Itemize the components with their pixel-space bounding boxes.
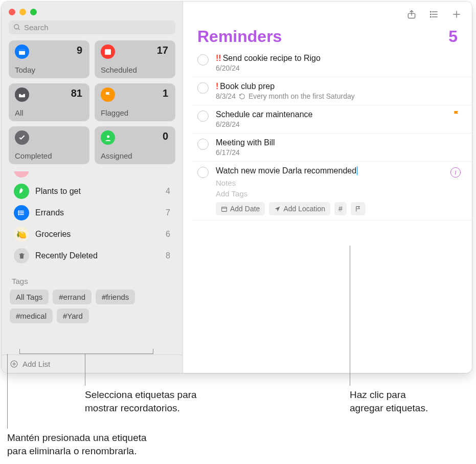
app-window: Search 9 Today 17 Scheduled [2,2,472,373]
minimize-icon[interactable] [19,9,26,15]
list-count: 4 [166,187,170,196]
svg-point-0 [14,25,19,29]
complete-checkbox[interactable] [197,111,209,122]
reminder-item[interactable]: Schedule car maintenance 6/28/24 [192,105,472,134]
flag-icon [101,87,115,102]
arrow-icon [274,206,281,212]
chip-label: Add Location [283,205,325,213]
close-icon[interactable] [9,9,15,15]
tag-friends[interactable]: #friends [96,290,135,304]
reminder-item-active[interactable]: Watch new movie Darla recommended Notes … [192,162,472,220]
smart-scheduled[interactable]: 17 Scheduled [95,40,175,78]
completed-label: Completed [15,151,52,160]
reminder-item[interactable]: Meeting with Bill 6/17/24 [192,134,472,162]
complete-checkbox[interactable] [197,82,209,94]
reminder-date: 6/17/24 [216,148,240,157]
today-label: Today [15,65,35,74]
share-icon[interactable] [406,9,417,19]
search-icon [13,24,21,31]
svg-line-1 [18,28,19,30]
assigned-count: 0 [163,130,168,142]
scheduled-label: Scheduled [101,65,137,74]
list-item-groceries[interactable]: 🍋 Groceries 6 [9,224,175,245]
list-item-recently-deleted[interactable]: Recently Deleted 8 [9,245,175,267]
callout-leader [85,354,85,386]
repeat-icon [239,93,245,100]
list-label: Errands [35,208,64,217]
complete-checkbox[interactable] [197,167,209,178]
list-header: Reminders 5 [183,27,472,49]
callout-leader [7,354,8,429]
person-icon [101,130,115,145]
list-item-errands[interactable]: Errands 7 [9,202,175,224]
flag-icon[interactable] [452,110,461,120]
all-count: 81 [71,87,82,99]
add-tags-field[interactable]: Add Tags [216,188,445,199]
info-icon[interactable]: i [450,167,461,178]
reminder-date: 8/3/24 [216,92,236,100]
list-count: 8 [166,251,170,260]
checkmark-icon [15,130,29,145]
list-count: 6 [166,230,170,239]
flag-icon [355,206,361,212]
smart-flagged[interactable]: 1 Flagged [95,83,175,121]
reminder-title: Meeting with Bill [216,138,275,147]
add-tag-chip[interactable]: # [334,202,347,215]
lists-scroll[interactable]: Plants to get 4 Errands 7 🍋 Groceries 6 [2,171,183,355]
list-bullet-icon [14,171,29,178]
list-bullet-icon [14,205,29,220]
callout-text: Selecciona etiquetas para mostrar record… [85,388,197,414]
list-item-plants[interactable]: Plants to get 4 [9,181,175,202]
callout-text: Haz clic para agregar etiquetas. [350,388,428,414]
trash-icon [14,248,29,263]
add-reminder-icon[interactable] [451,9,462,19]
list-count: 5 [448,27,458,46]
list-count: 7 [166,208,170,217]
all-label: All [15,108,24,117]
search-placeholder: Search [24,23,49,32]
add-list-label: Add List [22,360,50,368]
tag-all[interactable]: All Tags [10,290,49,304]
complete-checkbox[interactable] [197,54,209,65]
zoom-icon[interactable] [30,9,37,15]
assigned-label: Assigned [101,151,132,160]
priority-indicator: !! [216,54,221,62]
complete-checkbox[interactable] [197,139,209,150]
smart-assigned[interactable]: 0 Assigned [95,126,175,164]
list-item[interactable] [9,171,175,181]
callout-bracket [19,349,153,354]
reminder-item[interactable]: !!Send cookie recipe to Rigo 6/20/24 [192,49,472,77]
add-date-chip[interactable]: Add Date [216,202,265,215]
tag-yard[interactable]: #Yard [57,308,89,323]
svg-point-5 [107,135,109,138]
svg-point-20 [430,14,432,15]
list-label: Groceries [35,230,71,239]
add-list-button[interactable]: Add List [2,355,183,373]
view-options-icon[interactable] [429,9,439,19]
smart-today[interactable]: 9 Today [9,40,89,78]
callout-text: Mantén presionada una etiqueta para elim… [7,431,147,457]
svg-rect-4 [105,49,111,55]
plus-circle-icon [10,360,18,368]
tags-header: Tags [2,267,183,285]
smart-completed[interactable]: Completed [9,126,89,164]
sidebar: Search 9 Today 17 Scheduled [2,2,183,373]
smart-all[interactable]: 81 All [9,83,89,121]
scheduled-count: 17 [157,45,168,56]
toolbar [183,2,472,27]
notes-field[interactable]: Notes [216,178,445,188]
main-pane: Reminders 5 !!Send cookie recipe to Rigo… [183,2,472,373]
calendar-icon [15,45,29,59]
tag-medical[interactable]: #medical [10,308,53,323]
reminder-date: 6/28/24 [216,120,240,128]
svg-rect-3 [19,49,25,51]
svg-rect-24 [222,207,227,211]
add-location-chip[interactable]: Add Location [269,202,330,215]
add-flag-chip[interactable] [351,202,366,215]
list-title: Reminders [197,27,282,46]
tag-errand[interactable]: #errand [53,290,92,304]
search-input[interactable]: Search [9,20,175,34]
svg-point-9 [18,211,19,211]
reminder-title[interactable]: Watch new movie Darla recommended [216,166,356,175]
reminder-item[interactable]: !Book club prep 8/3/24 Every month on th… [192,77,472,105]
